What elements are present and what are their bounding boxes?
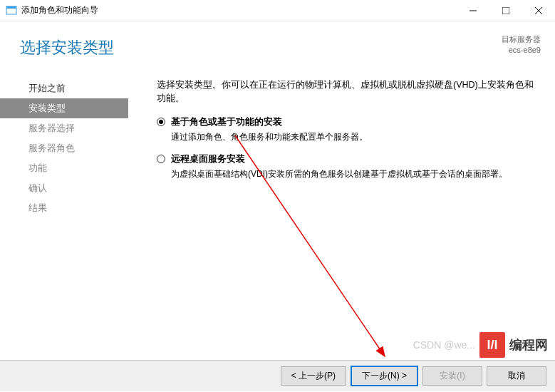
radio-label: 基于角色或基于功能的安装 — [171, 116, 282, 128]
radio-option-role-based[interactable]: 基于角色或基于功能的安装 通过添加角色、角色服务和功能来配置单个服务器。 — [157, 116, 534, 143]
sidebar-item-server-selection: 服务器选择 — [0, 118, 128, 138]
radio-option-remote-desktop[interactable]: 远程桌面服务安装 为虚拟桌面基础结构(VDI)安装所需的角色服务以创建基于虚拟机… — [157, 153, 534, 180]
body: 开始之前 安装类型 服务器选择 服务器角色 功能 确认 结果 选择安装类型。你可… — [0, 71, 555, 360]
radio-description: 通过添加角色、角色服务和功能来配置单个服务器。 — [171, 130, 534, 143]
previous-button[interactable]: < 上一步(P) — [281, 366, 346, 386]
page-title: 选择安装类型 — [20, 37, 541, 58]
radio-icon[interactable] — [157, 118, 165, 126]
watermark-logo-icon: l/l — [479, 332, 505, 358]
sidebar-item-install-type[interactable]: 安装类型 — [0, 98, 128, 118]
window-controls — [457, 0, 555, 21]
sidebar-item-features: 功能 — [0, 158, 128, 178]
window-title: 添加角色和功能向导 — [21, 4, 457, 16]
sidebar: 开始之前 安装类型 服务器选择 服务器角色 功能 确认 结果 — [0, 71, 128, 360]
instruction-text: 选择安装类型。你可以在正在运行的物理计算机、虚拟机或脱机虚拟硬盘(VHD)上安装… — [157, 78, 534, 105]
titlebar: 添加角色和功能向导 — [0, 0, 555, 21]
sidebar-item-confirmation: 确认 — [0, 178, 128, 198]
install-button: 安装(I) — [422, 366, 482, 386]
close-button[interactable] — [522, 0, 555, 21]
svg-rect-1 — [6, 6, 16, 9]
sidebar-item-before-begin[interactable]: 开始之前 — [0, 78, 128, 98]
app-icon — [6, 5, 17, 16]
minimize-button[interactable] — [457, 0, 489, 21]
svg-rect-3 — [502, 7, 509, 14]
sidebar-item-server-roles: 服务器角色 — [0, 138, 128, 158]
sidebar-item-results: 结果 — [0, 198, 128, 218]
radio-icon[interactable] — [157, 155, 165, 163]
radio-description: 为虚拟桌面基础结构(VDI)安装所需的角色服务以创建基于虚拟机或基于会话的桌面部… — [171, 167, 534, 180]
content: 选择安装类型。你可以在正在运行的物理计算机、虚拟机或脱机虚拟硬盘(VHD)上安装… — [128, 71, 555, 360]
watermark: CSDN @we... l/l 编程网 — [413, 332, 548, 358]
target-server-info: 目标服务器 ecs-e8e9 — [502, 34, 541, 56]
maximize-button[interactable] — [489, 0, 522, 21]
target-label: 目标服务器 — [502, 34, 541, 45]
radio-label: 远程桌面服务安装 — [171, 153, 245, 165]
watermark-csdn: CSDN @we... — [413, 339, 475, 351]
next-button[interactable]: 下一步(N) > — [351, 366, 418, 386]
watermark-brand: 编程网 — [509, 336, 548, 354]
header: 选择安装类型 目标服务器 ecs-e8e9 — [0, 21, 555, 71]
cancel-button[interactable]: 取消 — [487, 366, 546, 386]
footer: < 上一步(P) 下一步(N) > 安装(I) 取消 — [0, 360, 555, 391]
target-value: ecs-e8e9 — [502, 45, 541, 56]
